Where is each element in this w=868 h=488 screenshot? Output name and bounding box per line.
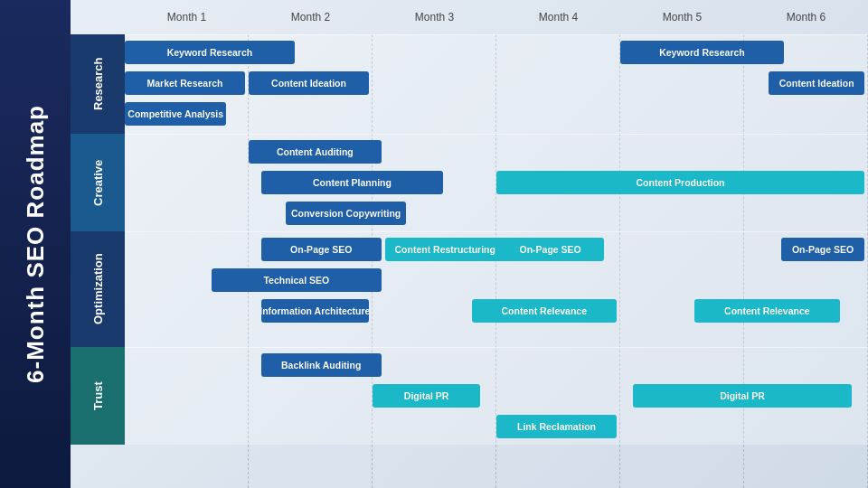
gantt-bar: On-Page SEO [261,238,382,261]
gantt-bar: Digital PR [373,384,480,408]
section-content-creative: Content AuditingContent PlanningConversi… [125,134,868,231]
gantt-bar: Keyword Research [125,41,295,64]
gantt-bar: Content Relevance [472,299,617,323]
chart-area: Month 1 Month 2 Month 3 Month 4 Month 5 … [71,0,868,488]
section-label-creative: Creative [71,134,125,231]
gantt-bar: Technical SEO [212,268,382,292]
gantt-bar: Backlink Auditing [261,353,382,377]
gantt-bar: Digital PR [633,384,853,408]
gantt-bar: On-Page SEO [781,238,864,261]
rows-container: Research Keyword ResearchMarket Research… [71,34,868,488]
month-6: Month 6 [744,11,868,23]
month-5: Month 5 [620,11,744,23]
gantt-bar: Content Planning [261,171,444,194]
gantt-bar: Competitive Analysis [125,102,226,126]
gantt-bar: Information Architecture [261,299,369,323]
gantt-bar: Content Ideation [249,71,369,95]
section-optimization: Optimization On-Page SEOTechnical SEOInf… [71,231,868,347]
month-4: Month 4 [496,11,620,23]
gantt-bar: Content Ideation [769,71,864,95]
gantt-bar: Content Auditing [249,140,382,164]
section-content-research: Keyword ResearchMarket ResearchCompetiti… [125,34,868,134]
gantt-bar: Content Relevance [694,299,839,323]
gantt-bar: Content Restructuring [385,238,505,261]
month-headers: Month 1 Month 2 Month 3 Month 4 Month 5 … [71,0,868,34]
gantt-bar: Market Research [125,71,245,95]
section-research: Research Keyword ResearchMarket Research… [71,34,868,134]
section-content-optimization: On-Page SEOTechnical SEOInformation Arch… [125,231,868,347]
section-label-research: Research [71,34,125,134]
section-label-optimization: Optimization [71,231,125,347]
gantt-bar: On-Page SEO [496,238,604,261]
month-3: Month 3 [373,11,496,23]
main-title: 6-Month SEO Roadmap [22,105,50,383]
gantt-bar: Content Production [496,171,864,194]
title-bar: 6-Month SEO Roadmap [0,0,71,488]
gantt-bar: Keyword Research [620,41,784,64]
month-2: Month 2 [249,11,373,23]
section-label-trust: Trust [71,347,125,445]
section-trust: Trust Backlink AuditingDigital PRLink Re… [71,347,868,445]
section-content-trust: Backlink AuditingDigital PRLink Reclamat… [125,347,868,445]
month-1: Month 1 [125,11,249,23]
gantt-bar: Conversion Copywriting [286,202,406,225]
gantt-bar: Link Reclamation [496,415,617,438]
section-creative: Creative Content AuditingContent Plannin… [71,134,868,231]
